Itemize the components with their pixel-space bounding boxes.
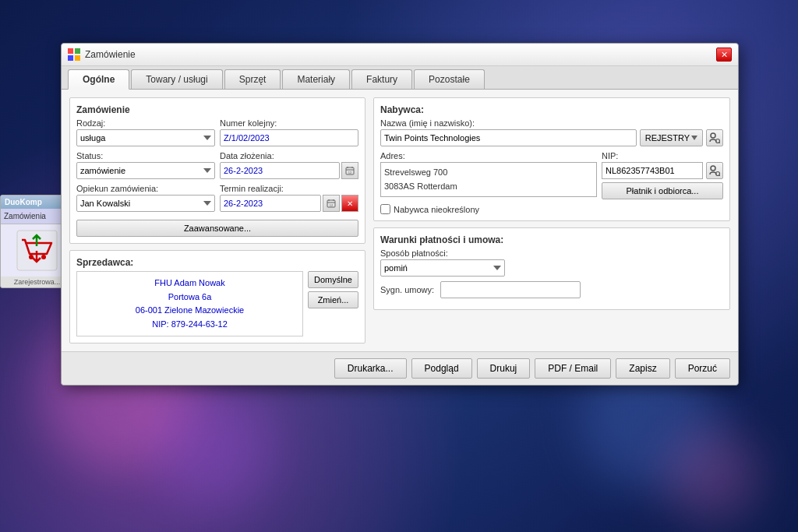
warunki-section-label: Warunki płatności i umowa: — [380, 234, 723, 245]
termin-label: Termin realizacji: — [220, 184, 358, 193]
sygn-row: Sygn. umowy: — [380, 281, 723, 298]
tab-ogolne[interactable]: Ogólne — [68, 69, 129, 90]
nabywca-nieokreslony-label: Nabywca nieokreślony — [394, 205, 479, 214]
sposob-row: Sposób płatności: pomiń — [380, 248, 723, 277]
nazwa-row: Nazwa (imię i nazwisko): REJESTRY — [380, 118, 723, 146]
domyslne-button[interactable]: Domyślne — [308, 271, 358, 288]
nip-row — [602, 162, 723, 179]
svg-point-17 — [711, 133, 715, 138]
podglad-button[interactable]: Podgląd — [411, 358, 472, 379]
status-row: Status: zamówienie — [76, 151, 215, 179]
right-panel: Nabywca: Nazwa (imię i nazwisko): REJEST… — [373, 97, 730, 344]
status-label: Status: — [76, 151, 215, 160]
tab-pozostale[interactable]: Pozostałe — [414, 69, 485, 89]
rodzaj-row: Rodzaj: usługa — [76, 118, 215, 146]
opiekun-label: Opiekun zamówienia: — [76, 184, 215, 193]
tab-faktury[interactable]: Faktury — [351, 69, 412, 89]
data-label: Data złożenia: — [220, 151, 358, 160]
close-button[interactable]: ✕ — [716, 48, 732, 62]
svg-line-19 — [719, 143, 720, 143]
svg-rect-4 — [75, 48, 80, 54]
platnik-button[interactable]: Płatnik i odbiorca... — [602, 182, 723, 199]
nabywca-name-row: REJESTRY — [380, 129, 723, 146]
nabywca-section: Nabywca: Nazwa (imię i nazwisko): REJEST… — [373, 97, 730, 221]
cart-icon — [16, 229, 58, 272]
dialog-title-left: Zamówienie — [68, 48, 136, 61]
nip-area: NIP: — [602, 151, 723, 199]
nazwa-label: Nazwa (imię i nazwisko): — [380, 118, 723, 128]
zmien-button[interactable]: Zmień... — [308, 291, 358, 308]
main-dialog: Zamówienie ✕ Ogólne Towary / usługi Sprz… — [61, 43, 739, 386]
svg-text:12: 12 — [330, 203, 334, 207]
opiekun-row: Opiekun zamówienia: Jan Kowalski — [76, 184, 215, 212]
nabywca-search-btn[interactable] — [706, 129, 723, 146]
sprzedawca-section-label: Sprzedawca: — [76, 257, 358, 268]
svg-point-20 — [711, 166, 715, 171]
sygn-label: Sygn. umowy: — [380, 285, 434, 294]
dialog-content: Zamówienie Rodzaj: usługa Status: — [62, 90, 738, 351]
opiekun-select[interactable]: Jan Kowalski — [76, 195, 215, 212]
person-search-icon — [709, 132, 720, 143]
sposob-select[interactable]: pomiń — [380, 259, 505, 277]
nabywca-nieokreslony-row: Nabywca nieokreślony — [380, 204, 723, 214]
adres-box: Strevelsweg 700 3083AS Rotterdam — [380, 162, 597, 197]
rodzaj-label: Rodzaj: — [76, 118, 215, 128]
tab-sprzet[interactable]: Sprzęt — [224, 69, 281, 89]
adres-label: Adres: — [380, 151, 597, 160]
svg-text:12: 12 — [348, 171, 352, 174]
nip-input[interactable] — [602, 162, 703, 179]
nip-lookup-icon — [709, 165, 720, 176]
sprzedawca-address: FHU Adam Nowak Portowa 6a 06-001 Zielone… — [76, 271, 303, 336]
svg-point-2 — [41, 255, 46, 259]
calendar-icon-2: 12 — [327, 199, 336, 208]
numer-row: Numer kolejny: — [220, 118, 358, 146]
svg-line-22 — [719, 175, 720, 176]
address-nip-row: Adres: Strevelsweg 700 3083AS Rotterdam … — [380, 151, 723, 199]
left-panel: Zamówienie Rodzaj: usługa Status: — [69, 97, 365, 344]
drukarka-button[interactable]: Drukarka... — [334, 358, 407, 379]
data-field: 12 — [220, 162, 358, 179]
nabywca-nieokreslony-checkbox[interactable] — [380, 204, 390, 214]
rejestry-button[interactable]: REJESTRY — [640, 129, 703, 146]
zamowienie-section: Zamówienie Rodzaj: usługa Status: — [69, 97, 365, 244]
dialog-title-bar: Zamówienie ✕ — [62, 44, 738, 66]
tab-materialy[interactable]: Materiały — [282, 69, 350, 89]
svg-rect-5 — [68, 55, 73, 61]
nazwa-input[interactable] — [380, 129, 637, 146]
zapisz-button[interactable]: Zapisz — [616, 358, 669, 379]
numer-label: Numer kolejny: — [220, 118, 358, 128]
data-calendar-btn[interactable]: 12 — [341, 162, 358, 179]
data-input[interactable] — [220, 162, 340, 179]
nip-search-btn[interactable] — [706, 162, 723, 179]
porzuc-button[interactable]: Porzuć — [675, 358, 730, 379]
nip-container: NIP: — [602, 151, 723, 179]
tab-towary-uslugi[interactable]: Towary / usługi — [131, 69, 222, 89]
sposob-label: Sposób płatności: — [380, 248, 723, 258]
sprzedawca-section: Sprzedawca: FHU Adam Nowak Portowa 6a 06… — [69, 250, 365, 344]
calendar-icon: 12 — [345, 166, 355, 175]
side-panel-title-text: DuoKomp — [5, 198, 42, 206]
zamowienie-section-label: Zamówienie — [76, 104, 358, 115]
termin-calendar-btn[interactable]: 12 — [323, 195, 340, 212]
nabywca-section-label: Nabywca: — [380, 104, 723, 115]
data-row: Data złożenia: 12 — [220, 151, 358, 179]
warunki-section: Warunki płatności i umowa: Sposób płatno… — [373, 227, 730, 310]
svg-rect-6 — [75, 55, 80, 61]
advanced-button[interactable]: Zaawansowane... — [76, 220, 358, 237]
drukuj-button[interactable]: Drukuj — [477, 358, 531, 379]
sprzedawca-buttons: Domyślne Zmień... — [308, 271, 358, 336]
termin-input[interactable] — [220, 195, 321, 212]
svg-rect-3 — [68, 48, 73, 54]
app-icon — [68, 48, 80, 61]
status-select[interactable]: zamówienie — [76, 162, 215, 179]
termin-row: Termin realizacji: 12 — [220, 184, 358, 212]
rodzaj-select[interactable]: usługa — [76, 129, 215, 146]
termin-clear-btn[interactable]: ✕ — [341, 195, 358, 212]
pdf-email-button[interactable]: PDF / Email — [535, 358, 611, 379]
numer-input[interactable] — [220, 129, 358, 146]
zamowienie-left-col: Rodzaj: usługa Status: zamówienie — [76, 118, 215, 217]
sprzedawca-inner: FHU Adam Nowak Portowa 6a 06-001 Zielone… — [76, 271, 358, 336]
tabs-container: Ogólne Towary / usługi Sprzęt Materiały … — [62, 66, 738, 90]
sygn-input[interactable] — [440, 281, 581, 298]
zamowienie-form-grid: Rodzaj: usługa Status: zamówienie — [76, 118, 358, 217]
